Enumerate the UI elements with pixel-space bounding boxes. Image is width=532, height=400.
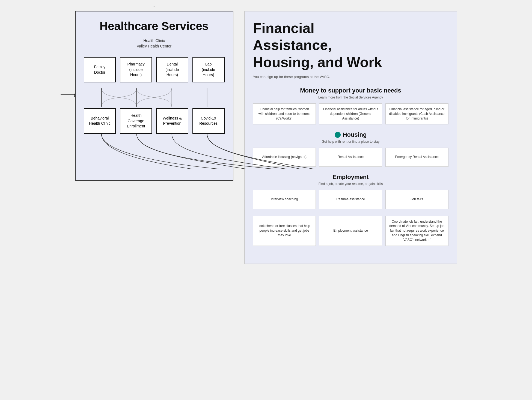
employment-subheading: Find a job, create your resume, or gain … — [253, 182, 448, 186]
service-covid[interactable]: Covid-19 Resources — [192, 108, 225, 134]
right-title: Financial Assistance, Housing, and Work — [253, 20, 448, 71]
svg-marker-2 — [74, 94, 76, 95]
money-card-1[interactable]: Financial assistance for adults without … — [319, 103, 382, 124]
employment-card-resume[interactable]: Resume assistance — [319, 190, 382, 209]
money-subheading: Learn more from the Social Services Agen… — [253, 95, 448, 99]
connector-area — [84, 88, 225, 107]
left-panel: ↓ Healthcare Services Health Clinic Vall… — [75, 11, 233, 181]
health-clinic-subtitle: Health Clinic Valley Health Center — [84, 38, 225, 49]
top-service-grid: Family Doctor Pharmacy (include Hours) D… — [84, 57, 225, 82]
down-arrow-icon: ↓ — [153, 1, 156, 8]
service-behavioral-health[interactable]: Behavioral Health Clinic — [84, 108, 116, 134]
employment-card-interview[interactable]: Interview coaching — [253, 190, 316, 209]
page-container: ↓ Healthcare Services Health Clinic Vall… — [75, 11, 457, 264]
employment-card-assistance[interactable]: Employment assistance — [319, 216, 382, 246]
employment-card-classes[interactable]: look cheap or free classes that help peo… — [253, 216, 316, 246]
money-cards: Financial help for families, women with … — [253, 103, 448, 124]
employment-heading: Employment — [253, 174, 448, 181]
employment-card-jobfairs[interactable]: Job fairs — [385, 190, 448, 209]
employment-cards-row2: look cheap or free classes that help peo… — [253, 216, 448, 246]
bottom-service-grid: Behavioral Health Clinic Health Coverage… — [84, 108, 225, 134]
housing-card-2[interactable]: Emergency Rental Assistance — [385, 148, 448, 167]
connector-svg — [84, 88, 225, 107]
service-pharmacy[interactable]: Pharmacy (include Hours) — [120, 57, 152, 82]
svg-marker-3 — [74, 95, 76, 97]
employment-section: Employment Find a job, create your resum… — [253, 174, 448, 246]
money-heading: Money to support your basic needs — [253, 87, 448, 94]
service-wellness[interactable]: Wellness & Prevention — [156, 108, 188, 134]
service-family-doctor[interactable]: Family Doctor — [84, 57, 116, 82]
side-arrows — [61, 92, 76, 98]
bottom-curves — [84, 134, 225, 169]
employment-cards-row1: Interview coaching Resume assistance Job… — [253, 190, 448, 209]
right-subtitle: You can sign up for these programs at th… — [253, 75, 448, 79]
left-title: Healthcare Services — [84, 20, 225, 33]
curves-svg — [84, 134, 365, 169]
service-lab[interactable]: Lab (include Hours) — [192, 57, 225, 82]
money-card-0[interactable]: Financial help for families, women with … — [253, 103, 316, 124]
money-section: Money to support your basic needs Learn … — [253, 87, 448, 124]
money-card-2[interactable]: Financial assistance for aged, blind or … — [385, 103, 448, 124]
employment-card-coordinate[interactable]: Coordinate job fair, understand the dema… — [385, 216, 448, 246]
service-dental[interactable]: Dental (include Hours) — [156, 57, 188, 82]
service-health-coverage[interactable]: Health Coverage Enrollment — [120, 108, 152, 134]
